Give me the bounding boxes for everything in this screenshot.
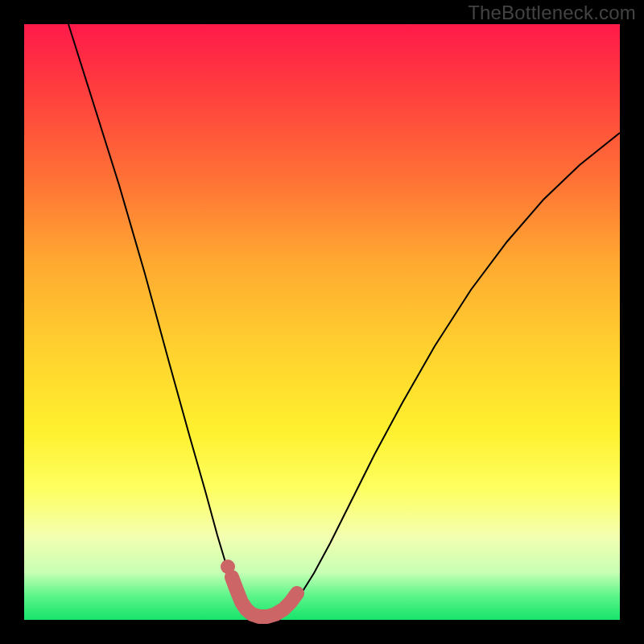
- curves-svg: [24, 24, 620, 620]
- chart-frame: TheBottleneck.com: [0, 0, 644, 644]
- valley-dot-left: [221, 559, 235, 574]
- plot-area: [24, 24, 620, 620]
- watermark-text: TheBottleneck.com: [468, 2, 636, 24]
- valley-marker: [232, 577, 297, 617]
- bottleneck-curve: [68, 24, 620, 619]
